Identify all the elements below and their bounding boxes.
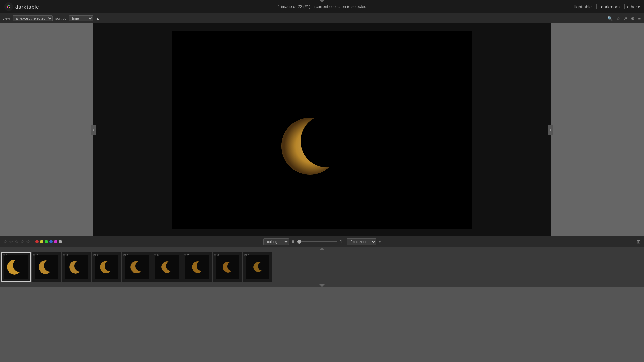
toolbar-right: 🔍 ☆ ↗ ⚙ ≡ [607, 15, 641, 22]
filmstrip-item[interactable]: ◳ 9 [243, 252, 272, 282]
svg-point-47 [253, 262, 263, 272]
navigation: lighttable | darkroom | other ▾ [572, 4, 644, 10]
color-labels [35, 240, 62, 243]
svg-point-19 [39, 260, 52, 274]
svg-point-7 [8, 6, 10, 8]
filmstrip-bottom-toggle[interactable] [0, 284, 644, 287]
filmstrip-item[interactable]: ◳ 3 [62, 252, 91, 282]
moon-image [280, 104, 347, 188]
svg-point-35 [161, 261, 173, 273]
star-5[interactable]: ☆ [26, 239, 31, 244]
filmstrip-item[interactable]: ◳ 7 [182, 252, 212, 282]
star-icon[interactable]: ☆ [615, 15, 621, 22]
settings-icon[interactable]: ⚙ [630, 15, 635, 22]
color-grey[interactable] [59, 240, 62, 243]
main-area: ‹ [0, 23, 644, 236]
svg-point-39 [192, 261, 203, 273]
color-yellow[interactable] [40, 240, 43, 243]
filmstrip-item[interactable]: ◳ 1 [1, 252, 31, 282]
culling-slider[interactable] [297, 241, 337, 242]
star-rating: ☆ ☆ ☆ ☆ ☆ [3, 239, 31, 244]
filmstrip-item[interactable]: ◳ 5 [122, 252, 152, 282]
color-red[interactable] [35, 240, 39, 243]
culling-indicator [292, 240, 294, 243]
svg-point-43 [223, 262, 233, 273]
zoom-mode-select[interactable]: fixed zoom fit fill [347, 238, 376, 245]
left-panel-collapse-button[interactable]: ‹ [91, 125, 96, 135]
color-blue[interactable] [49, 240, 53, 243]
main-image-display [172, 31, 472, 229]
star-1[interactable]: ☆ [3, 239, 8, 244]
image-viewer[interactable] [93, 23, 551, 236]
logo-area: darktable [0, 2, 43, 11]
svg-point-10 [281, 118, 338, 175]
darkroom-link[interactable]: darkroom [599, 4, 622, 10]
sort-select[interactable]: time filename rating [69, 15, 93, 21]
export-icon[interactable]: ↗ [623, 15, 628, 22]
filmstrip-item[interactable]: ◳ 8 [213, 252, 242, 282]
culling-controls: culling compare 1 fixed zoom fit fill ▾ [263, 238, 381, 245]
top-bar: darktable 1 image of 22 (#1) in current … [0, 0, 644, 13]
star-4[interactable]: ☆ [20, 239, 25, 244]
rating-bar-right: ⊞ [637, 239, 641, 244]
status-bar: 1 image of 22 (#1) in current collection… [278, 4, 366, 9]
overflow-icon[interactable]: ≡ [637, 15, 641, 22]
lighttable-link[interactable]: lighttable [572, 4, 594, 10]
search-icon[interactable]: 🔍 [607, 15, 613, 22]
grid-view-button[interactable]: ⊞ [637, 239, 641, 244]
darktable-logo [4, 2, 13, 11]
culling-mode-select[interactable]: culling compare [263, 238, 289, 245]
filter-select[interactable]: all except rejected all starred rejected [13, 15, 53, 21]
svg-point-27 [100, 261, 112, 273]
filmstrip-item[interactable]: ◳ 6 [152, 252, 182, 282]
color-magenta[interactable] [54, 240, 57, 243]
svg-point-15 [7, 260, 22, 275]
filmstrip-item[interactable]: ◳ 4 [92, 252, 121, 282]
filmstrip-top-toggle[interactable] [0, 247, 644, 250]
svg-point-31 [130, 261, 143, 273]
rating-bar: ☆ ☆ ☆ ☆ ☆ culling compare 1 fixed zoom f… [0, 236, 644, 247]
filmstrip[interactable]: ◳ 1 ◳ 2 ◳ 3 ◳ 4 [0, 250, 644, 284]
view-label: view [3, 16, 10, 20]
right-panel-collapse-button[interactable]: › [548, 125, 553, 135]
app-name: darktable [15, 4, 39, 10]
star-2[interactable]: ☆ [9, 239, 13, 244]
other-dropdown[interactable]: other ▾ [627, 4, 640, 9]
chevron-down-icon: ▾ [638, 4, 640, 9]
top-panel-toggle[interactable] [319, 0, 325, 3]
sort-label: sort by [55, 16, 66, 20]
other-label: other [627, 4, 637, 9]
culling-number: 1 [340, 239, 344, 244]
left-panel: ‹ [0, 23, 93, 236]
star-3[interactable]: ☆ [15, 239, 19, 244]
zoom-chevron-icon: ▾ [379, 240, 381, 244]
right-panel: › [551, 23, 644, 236]
color-green[interactable] [45, 240, 48, 243]
filmstrip-item[interactable]: ◳ 2 [32, 252, 61, 282]
sort-direction-button[interactable]: ▲ [96, 16, 100, 20]
svg-point-23 [69, 261, 82, 274]
toolbar: view all except rejected all starred rej… [0, 13, 644, 23]
slider-thumb[interactable] [297, 240, 301, 244]
